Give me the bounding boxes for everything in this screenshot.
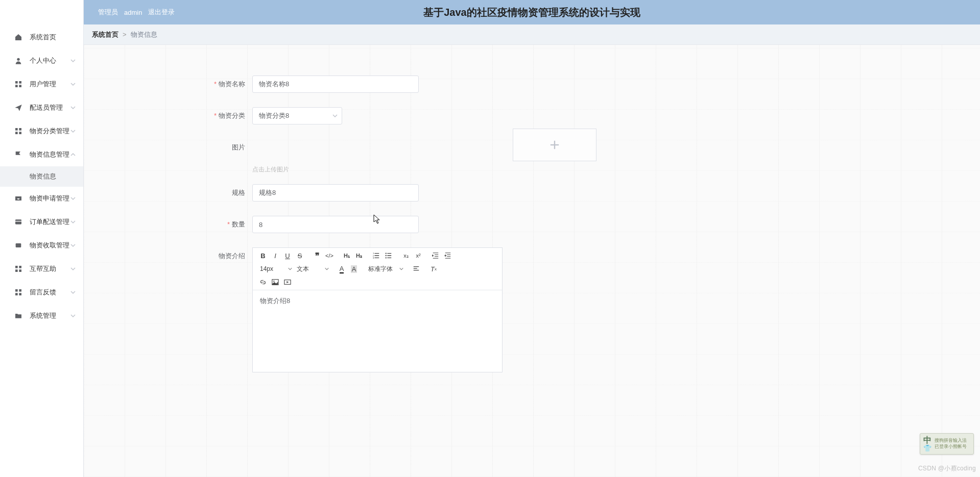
svg-rect-9 (15, 219, 21, 224)
svg-rect-5 (15, 128, 18, 131)
main: 管理员 admin 退出登录 基于Java的社区疫情物资管理系统的设计与实现 系… (84, 0, 980, 477)
italic-button[interactable]: I (269, 250, 281, 261)
grid-icon (14, 127, 22, 135)
svg-text:3: 3 (373, 257, 374, 259)
ul-button[interactable] (383, 250, 395, 261)
indent-button[interactable] (442, 250, 454, 261)
home-icon (14, 33, 22, 41)
ime-mode: 中 (923, 436, 931, 444)
svg-point-0 (17, 58, 19, 61)
svg-point-27 (386, 257, 387, 258)
image-button[interactable] (269, 277, 281, 288)
ol-button[interactable]: 123 (370, 250, 383, 261)
text-color-button[interactable]: A (336, 263, 348, 274)
quantity-input[interactable] (252, 216, 419, 233)
label-image: 图片 (145, 139, 252, 156)
label-quantity: 数量 (145, 216, 252, 233)
strike-button[interactable]: S (294, 250, 306, 261)
shirt-icon: 👕 (923, 445, 931, 451)
sidebar-item-collect[interactable]: 物资收取管理 (0, 234, 83, 257)
font-size-select[interactable]: 14px (257, 263, 294, 274)
sidebar-item-category[interactable]: 物资分类管理 (0, 119, 83, 143)
form: 物资名称 物资分类 图片 (145, 76, 646, 372)
category-select-value[interactable] (252, 107, 342, 124)
label-category: 物资分类 (145, 107, 252, 124)
bg-color-button[interactable]: A (348, 263, 360, 274)
sidebar-item-users[interactable]: 用户管理 (0, 72, 83, 96)
header: 管理员 admin 退出登录 基于Java的社区疫情物资管理系统的设计与实现 (84, 0, 980, 24)
upload-box[interactable] (513, 129, 596, 161)
sidebar-item-feedback[interactable]: 留言反馈 (0, 281, 83, 304)
dot-icon (14, 241, 22, 249)
quote-button[interactable]: ❞ (311, 250, 323, 261)
sidebar-item-label: 个人中心 (30, 56, 56, 65)
row-spec: 规格 (145, 184, 646, 202)
breadcrumb: 系统首页 > 物资信息 (84, 24, 980, 45)
sidebar-item-label: 物资信息管理 (30, 150, 69, 159)
chevron-down-icon (70, 128, 76, 134)
sidebar: 系统首页 个人中心 用户管理 配送员管理 物资 (0, 0, 84, 477)
video-button[interactable] (281, 277, 294, 288)
sidebar-item-profile[interactable]: 个人中心 (0, 49, 83, 72)
sidebar-sub-material-info[interactable]: 物资信息 (0, 166, 83, 187)
sidebar-item-delivery[interactable]: 配送员管理 (0, 96, 83, 119)
app-title: 基于Java的社区疫情物资管理系统的设计与实现 (84, 6, 980, 19)
row-image-tip: 点击上传图片 (145, 165, 646, 174)
sidebar-item-label: 系统管理 (30, 311, 56, 320)
sidebar-item-label: 用户管理 (30, 80, 56, 89)
sidebar-item-label: 配送员管理 (30, 103, 63, 112)
svg-rect-18 (15, 293, 18, 295)
sidebar-item-system[interactable]: 系统管理 (0, 304, 83, 328)
align-button[interactable] (410, 263, 422, 274)
tray-icon (14, 194, 22, 203)
h2-button[interactable]: H₂ (353, 250, 365, 261)
underline-button[interactable]: U (281, 250, 294, 261)
sidebar-item-apply[interactable]: 物资申请管理 (0, 187, 83, 210)
link-button[interactable] (257, 277, 269, 288)
sidebar-item-order-delivery[interactable]: 订单配送管理 (0, 210, 83, 234)
h1-button[interactable]: H₁ (341, 250, 353, 261)
editor-body[interactable]: 物资介绍8 (253, 290, 502, 372)
code-button[interactable]: </> (323, 250, 336, 261)
spec-input[interactable] (252, 184, 419, 202)
sidebar-item-material-info[interactable]: 物资信息管理 (0, 143, 83, 166)
font-family-select[interactable]: 标准字体 (365, 263, 405, 274)
row-category: 物资分类 (145, 107, 646, 124)
sidebar-item-help[interactable]: 互帮互助 (0, 257, 83, 281)
svg-rect-6 (19, 128, 21, 131)
user-role-label: 管理员 (98, 8, 118, 17)
svg-rect-14 (15, 269, 18, 272)
chevron-down-icon (70, 81, 76, 87)
sidebar-item-label: 订单配送管理 (30, 217, 69, 227)
chevron-down-icon (70, 289, 76, 295)
svg-rect-3 (15, 85, 18, 87)
label-spec: 规格 (145, 184, 252, 202)
grid-icon (14, 80, 22, 88)
category-select[interactable] (252, 107, 342, 124)
breadcrumb-home[interactable]: 系统首页 (92, 30, 118, 39)
chevron-down-icon (70, 195, 76, 202)
label-intro: 物资介绍 (145, 247, 252, 265)
material-name-input[interactable] (252, 76, 419, 93)
logout-link[interactable]: 退出登录 (148, 8, 175, 17)
svg-rect-13 (19, 266, 21, 268)
clear-format-button[interactable]: Tx (427, 263, 440, 274)
plus-icon (547, 138, 562, 152)
content: 物资名称 物资分类 图片 (84, 45, 980, 477)
block-type-select[interactable]: 文本 (294, 263, 330, 274)
card-icon (14, 218, 22, 226)
svg-rect-16 (15, 289, 18, 292)
sidebar-item-home[interactable]: 系统首页 (0, 26, 83, 49)
flag-icon (14, 150, 22, 159)
sidebar-item-label: 物资申请管理 (30, 194, 69, 203)
superscript-button[interactable]: x² (412, 250, 424, 261)
outdent-button[interactable] (429, 250, 442, 261)
subscript-button[interactable]: x₂ (400, 250, 412, 261)
svg-rect-11 (16, 243, 21, 247)
chevron-down-icon (70, 105, 76, 111)
bold-button[interactable]: B (257, 250, 269, 261)
chevron-down-icon (70, 313, 76, 319)
svg-rect-1 (15, 81, 18, 84)
svg-point-25 (386, 253, 387, 254)
ime-widget[interactable]: 中 👕 搜狗拼音输入法 已登录小熊帐号 (920, 433, 974, 455)
